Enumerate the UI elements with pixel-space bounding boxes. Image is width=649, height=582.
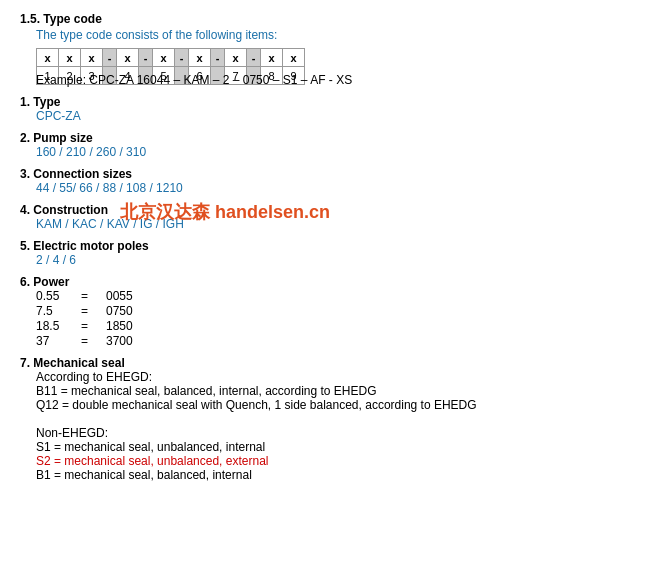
table-cell-x5: x xyxy=(153,49,175,67)
section-7-non-intro: Non-EHEGD: xyxy=(36,426,629,440)
table-cell-x1: x xyxy=(37,49,59,67)
section-7-ehegd-intro: According to EHEGD: xyxy=(36,370,629,384)
section-2-value: 160 / 210 / 260 / 310 xyxy=(20,145,629,159)
section-1: 1. Type CPC-ZA xyxy=(20,95,629,123)
section-7-content: According to EHEGD: B11 = mechanical sea… xyxy=(20,370,629,482)
section-15-subtitle: The type code consists of the following … xyxy=(20,28,629,42)
power-right-3: 1850 xyxy=(106,319,156,333)
section-7-q12: Q12 = double mechanical seal with Quench… xyxy=(36,398,629,412)
section-15: 1.5. Type code The type code consists of… xyxy=(20,12,629,87)
section-4-value: KAM / KAC / KAV / IG / IGH xyxy=(20,217,629,231)
section-7: 7. Mechanical seal According to EHEGD: B… xyxy=(20,356,629,482)
table-cell-x3: x xyxy=(81,49,103,67)
section-7-b1: B1 = mechanical seal, balanced, internal xyxy=(36,468,629,482)
section-15-heading: 1.5. Type code xyxy=(20,12,629,26)
section-1-value: CPC-ZA xyxy=(20,109,629,123)
table-sep-5: - xyxy=(247,49,261,67)
section-1-number: 1. Type xyxy=(20,95,629,109)
section-6-power-table: 0.55 = 0055 7.5 = 0750 18.5 = 1850 37 = … xyxy=(20,289,629,348)
section-3: 3. Connection sizes 44 / 55/ 66 / 88 / 1… xyxy=(20,167,629,195)
section-7-s2: S2 = mechanical seal, unbalanced, extern… xyxy=(36,454,629,468)
section-6: 6. Power 0.55 = 0055 7.5 = 0750 18.5 = 1… xyxy=(20,275,629,348)
section-3-value: 44 / 55/ 66 / 88 / 108 / 1210 xyxy=(20,181,629,195)
table-sep-4: - xyxy=(211,49,225,67)
table-cell-x2: x xyxy=(59,49,81,67)
section-5-number: 5. Electric motor poles xyxy=(20,239,629,253)
section-3-number: 3. Connection sizes xyxy=(20,167,629,181)
table-cell-x9: x xyxy=(283,49,305,67)
table-sep-2: - xyxy=(139,49,153,67)
power-right-4: 3700 xyxy=(106,334,156,348)
section-6-number: 6. Power xyxy=(20,275,629,289)
table-cell-x7: x xyxy=(225,49,247,67)
section-5-value: 2 / 4 / 6 xyxy=(20,253,629,267)
power-eq-4: = xyxy=(81,334,106,348)
power-left-1: 0.55 xyxy=(36,289,81,303)
table-sep-1: - xyxy=(103,49,117,67)
power-right-2: 0750 xyxy=(106,304,156,318)
section-2-number: 2. Pump size xyxy=(20,131,629,145)
section-4: 4. Construction KAM / KAC / KAV / IG / I… xyxy=(20,203,629,231)
power-left-3: 18.5 xyxy=(36,319,81,333)
table-sep-3: - xyxy=(175,49,189,67)
section-7-number: 7. Mechanical seal xyxy=(20,356,629,370)
table-cell-x4: x xyxy=(117,49,139,67)
power-eq-3: = xyxy=(81,319,106,333)
section-4-number: 4. Construction xyxy=(20,203,629,217)
section-5: 5. Electric motor poles 2 / 4 / 6 xyxy=(20,239,629,267)
power-left-2: 7.5 xyxy=(36,304,81,318)
section-7-s1: S1 = mechanical seal, unbalanced, intern… xyxy=(36,440,629,454)
table-cell-x8: x xyxy=(261,49,283,67)
section-7-b11: B11 = mechanical seal, balanced, interna… xyxy=(36,384,629,398)
power-right-1: 0055 xyxy=(106,289,156,303)
power-eq-1: = xyxy=(81,289,106,303)
power-eq-2: = xyxy=(81,304,106,318)
table-cell-x6: x xyxy=(189,49,211,67)
example-text: Example: CPC-ZA 16044 – KAM – 2 – 0750 –… xyxy=(36,73,629,87)
section-2: 2. Pump size 160 / 210 / 260 / 310 xyxy=(20,131,629,159)
power-left-4: 37 xyxy=(36,334,81,348)
